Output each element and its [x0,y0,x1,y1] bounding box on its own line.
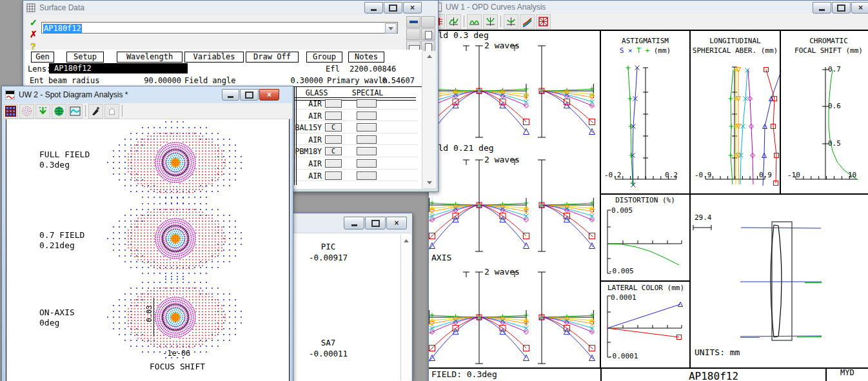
tab-wavelength[interactable]: Wavelength [117,52,182,63]
toolbar-mtf-icon[interactable] [68,104,83,119]
spot-shift-value: -1e-06 [163,349,190,358]
special-column-header: SPECIAL [343,88,392,97]
special-button[interactable] [357,99,377,108]
glass-flag-button[interactable]: C [325,147,342,155]
opd-close-button[interactable]: × [851,2,868,14]
toolbar-separator [464,15,464,27]
chromatic-ytick: 0.5 [828,139,841,148]
special-button[interactable] [357,147,377,155]
opd-section-label: AXIS [431,253,451,262]
accept-icon[interactable]: ✓ [30,17,37,28]
sd-lens-id-field[interactable]: AP180f12 [41,22,398,34]
sd-maximize-button[interactable] [384,2,402,14]
glass-flag-button[interactable]: C [325,123,342,132]
sd-minimize-button[interactable] [364,2,383,14]
spot-toolbar [3,103,292,119]
opd-maximize-button[interactable] [832,2,851,14]
aux-close-button[interactable]: × [386,217,407,230]
field-angle-value[interactable]: 0.30000 [255,76,323,85]
opd-minimize-button[interactable] [813,2,831,14]
lateral-color-title: LATERAL COLOR (mm) [602,284,690,292]
sd-lens-id-dropdown[interactable] [385,23,397,34]
opd-toolbar [429,14,868,30]
sd-scroll-up[interactable] [422,52,436,61]
spot-field-angle: 0deg [39,318,59,327]
sd-tool-blank-button[interactable] [421,16,435,28]
sd-scrollbar[interactable] [422,51,436,188]
glass-flag-button[interactable] [325,99,342,108]
lateral-ymin: -0.0001 [608,352,638,360]
lsa-title2: SPHERICAL ABER. (mm) [686,46,785,55]
sd-window-title: Surface Data [39,3,84,12]
opd-curves-window: UW 1 - OPD Curves Analysis × ASTIGMATISM… [428,0,868,381]
footer-field: FIELD: 0.3deg [431,369,497,379]
glass-flag-button[interactable] [325,112,342,120]
sd-tool-copy-icon[interactable] [421,28,435,40]
special-button[interactable] [357,159,377,168]
toolbar-multicolor-curves-icon[interactable] [520,14,535,29]
sd-tool-blank-button[interactable] [406,28,420,40]
special-button[interactable] [357,171,377,180]
lens-label: Lens: [28,64,51,73]
astig-xmin: -0.2 [604,171,622,179]
lens-name-field[interactable]: AP180f12 [49,63,188,73]
toolbar-ghost-icon[interactable] [104,104,119,119]
chromatic-title2: FOCAL SHIFT (mm) [780,46,868,55]
special-button[interactable] [357,135,377,144]
chromatic-xmin: -10 [787,171,800,179]
primary-wavln-value[interactable]: 0.54607 [347,76,415,85]
tab-group[interactable]: Group [306,52,342,63]
lsa-title1: LONGITUDINAL [690,37,780,45]
glass-flag-button[interactable] [325,171,342,180]
help-icon[interactable]: ? [30,41,36,52]
tab-notes[interactable]: Notes [348,52,384,63]
special-button[interactable] [357,123,377,132]
toolbar-through-focus-icon[interactable] [504,14,518,29]
lens-units-label: UNITS: mm [695,347,740,357]
sd-scroll-down[interactable] [422,178,436,188]
spot-scale-value: 0.03 [145,300,153,328]
spot-minimize-button[interactable] [222,89,239,101]
toolbar-separator [122,105,123,117]
toolbar-spot-grid-icon[interactable] [3,104,18,119]
toolbar-field-curve-icon[interactable] [483,14,498,29]
efl-value: 2200.00846 [350,64,396,73]
spot-field-label: ON-AXIS [39,308,75,317]
lsa-xmin: -0.9 [695,171,712,179]
spot-maximize-button[interactable] [240,89,259,101]
aux-maximize-button[interactable] [365,217,386,230]
special-button[interactable] [357,112,377,120]
tab-variables[interactable]: Variables [184,52,244,63]
sd-tool-insert-row-icon[interactable] [406,16,420,28]
ent-beam-radius-value[interactable]: 90.00000 [113,76,181,85]
toolbar-wavefront-icon[interactable] [35,104,50,119]
toolbar-grid-distortion-icon[interactable] [536,14,551,29]
aux-scroll-up[interactable] [401,236,411,246]
lsa-xmax: 0.9 [759,171,772,179]
toolbar-dual-curve-icon[interactable] [467,14,482,29]
glass-column-header: GLASS [294,88,339,97]
toolbar-psf-icon[interactable] [52,104,66,119]
tab-setup[interactable]: Setup [66,52,104,63]
opd-titlebar[interactable]: UW 1 - OPD Curves Analysis [429,1,868,14]
chromatic-ytick: 0.7 [828,65,841,73]
lens-scale-label: 29.4 [695,213,712,222]
opd-scale-label: 2 waves [484,41,520,50]
cancel-icon[interactable]: ✗ [30,29,37,39]
toolbar-separator [85,105,86,117]
spot-close-button[interactable]: × [259,89,279,101]
aux-scrollbar[interactable] [400,235,411,380]
field-angle-label: Field angle [184,76,235,85]
spot-field-angle: 0.3deg [39,160,70,170]
toolbar-opd-fan-icon[interactable] [446,14,461,29]
sd-close-button[interactable]: × [403,2,422,14]
tab-gen[interactable]: Gen [31,52,54,63]
glass-flag-button[interactable] [325,135,342,144]
glass-flag-button[interactable] [325,159,342,168]
chromatic-ytick: 0.6 [828,102,841,110]
aux-minimize-button[interactable] [344,217,364,230]
toolbar-airbrush-icon[interactable] [88,104,103,119]
aux-item-label: SA7 [290,338,367,347]
tab-draw-off[interactable]: Draw Off [246,52,299,63]
toolbar-spot-rings-icon[interactable] [19,104,34,119]
